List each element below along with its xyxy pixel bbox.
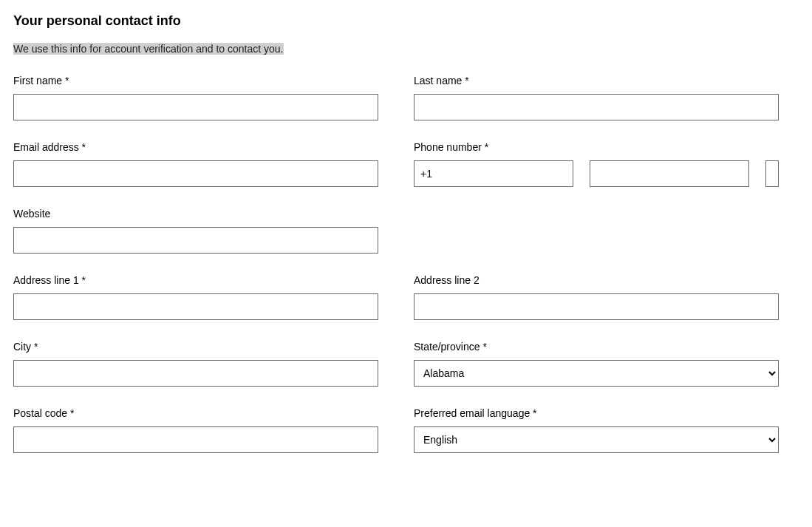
phone-area-input[interactable] — [590, 160, 749, 187]
page-subtext: We use this info for account verificatio… — [13, 43, 284, 55]
postal-label: Postal code * — [13, 407, 378, 419]
phone-country-input[interactable] — [414, 160, 573, 187]
website-input[interactable] — [13, 227, 378, 254]
city-input[interactable] — [13, 360, 378, 387]
address1-input[interactable] — [13, 293, 378, 320]
address2-label: Address line 2 — [414, 274, 779, 286]
contact-form: First name * Last name * Email address *… — [13, 75, 799, 453]
address1-label: Address line 1 * — [13, 274, 378, 286]
state-label: State/province * — [414, 341, 779, 353]
phone-number-input[interactable] — [765, 160, 779, 187]
first-name-input[interactable] — [13, 94, 378, 120]
last-name-input[interactable] — [414, 94, 779, 120]
first-name-label: First name * — [13, 75, 378, 86]
language-select[interactable]: English — [414, 426, 779, 453]
postal-input[interactable] — [13, 426, 378, 453]
email-input[interactable] — [13, 160, 378, 187]
address2-input[interactable] — [414, 293, 779, 320]
email-label: Email address * — [13, 141, 378, 153]
language-label: Preferred email language * — [414, 407, 779, 419]
page-title: Your personal contact info — [13, 13, 799, 29]
state-select[interactable]: Alabama — [414, 360, 779, 387]
city-label: City * — [13, 341, 378, 353]
website-label: Website — [13, 208, 378, 220]
last-name-label: Last name * — [414, 75, 779, 86]
phone-label: Phone number * — [414, 141, 779, 153]
